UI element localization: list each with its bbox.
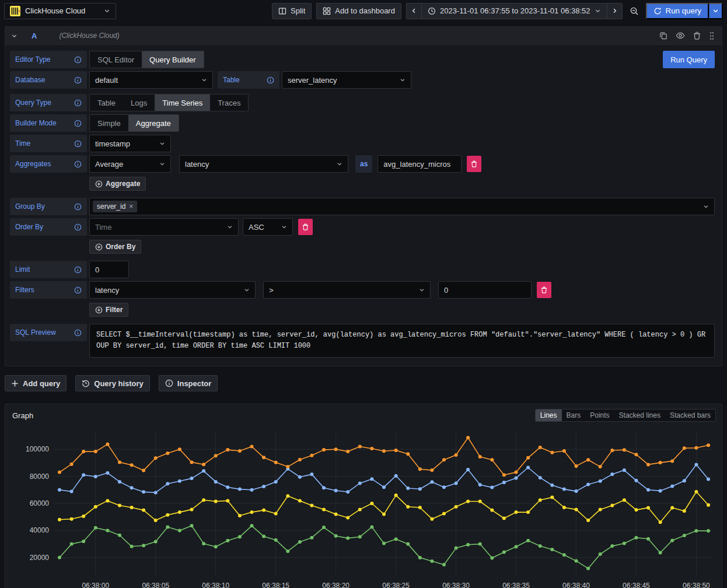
add-query-button[interactable]: Add query — [5, 375, 67, 391]
time-range-back-button[interactable] — [406, 3, 421, 19]
y-axis-tick-label: 60000 — [30, 499, 50, 508]
remove-aggregate-button[interactable] — [467, 156, 481, 172]
graph-style-stacked-lines[interactable]: Stacked lines — [614, 410, 665, 421]
sql-preview-code[interactable]: SELECT $__timeInterval(timestamp) as tim… — [89, 324, 715, 358]
series-point — [58, 488, 61, 492]
filter-column-select[interactable]: latency — [89, 281, 256, 299]
info-icon[interactable] — [74, 160, 82, 168]
graph-style-stacked-bars[interactable]: Stacked bars — [665, 410, 715, 421]
remove-tag-icon[interactable]: × — [129, 202, 133, 211]
datasource-picker[interactable]: ClickHouse Cloud — [4, 3, 116, 19]
graph-style-points[interactable]: Points — [585, 410, 614, 421]
series-point — [442, 563, 446, 566]
hide-response-eye-icon[interactable] — [676, 32, 685, 40]
series-point — [226, 448, 229, 452]
order-by-direction-select[interactable]: ASC — [243, 218, 293, 236]
series-point — [358, 508, 362, 511]
query-datasource-hint: (ClickHouse Cloud) — [59, 32, 119, 40]
series-point — [298, 499, 302, 502]
remove-query-trash-icon[interactable] — [693, 32, 701, 40]
run-query-options-caret[interactable] — [709, 3, 723, 19]
series-point — [106, 499, 109, 502]
query-row-header[interactable]: A (ClickHouse Cloud) — [5, 27, 722, 45]
time-range-label: 2023-11-01 06:37:55 to 2023-11-01 06:38:… — [440, 6, 590, 15]
series-point — [214, 454, 218, 457]
info-icon[interactable] — [74, 76, 82, 84]
info-icon[interactable] — [267, 76, 274, 84]
info-icon[interactable] — [74, 203, 82, 211]
aggregate-function-select[interactable]: Average — [89, 155, 171, 173]
info-icon[interactable] — [74, 266, 82, 274]
remove-order-by-button[interactable] — [298, 219, 313, 235]
query-header-actions — [659, 32, 715, 40]
time-range-picker[interactable]: 2023-11-01 06:37:55 to 2023-11-01 06:38:… — [421, 3, 607, 19]
series-point — [586, 519, 590, 522]
series-point — [250, 488, 254, 492]
info-icon[interactable] — [74, 140, 82, 148]
series-point — [455, 505, 458, 509]
series-point — [634, 508, 638, 512]
database-select[interactable]: default — [89, 71, 213, 89]
order-by-field-select[interactable]: Time — [89, 218, 239, 236]
add-aggregate-button[interactable]: Aggregate — [89, 177, 146, 191]
timeseries-chart[interactable]: 2000040000600008000010000006:38:0006:38:… — [11, 426, 718, 588]
info-icon[interactable] — [74, 223, 82, 231]
info-icon[interactable] — [74, 120, 82, 127]
group-by-label: Group By — [10, 198, 87, 215]
info-icon[interactable] — [74, 286, 82, 294]
split-button[interactable]: Split — [272, 3, 312, 19]
info-icon[interactable] — [74, 329, 82, 337]
time-range-forward-button[interactable] — [607, 3, 623, 19]
series-point — [430, 517, 434, 521]
aggregate-column-select[interactable]: latency — [179, 155, 348, 173]
series-point — [490, 556, 494, 560]
chevron-down-icon — [201, 77, 207, 83]
query-type-option-traces[interactable]: Traces — [210, 94, 248, 111]
builder-mode-row: Builder Mode Simple Aggregate — [10, 114, 715, 132]
query-type-option-logs[interactable]: Logs — [123, 94, 155, 111]
graph-style-bars[interactable]: Bars — [562, 410, 586, 421]
editor-type-option-sql-editor[interactable]: SQL Editor — [90, 51, 142, 68]
series-point — [238, 514, 242, 517]
series-point — [394, 494, 398, 497]
time-column-select[interactable]: timestamp — [89, 135, 171, 152]
query-type-option-table[interactable]: Table — [90, 94, 123, 111]
collapse-chevron-icon[interactable] — [11, 33, 18, 39]
run-query-button[interactable]: Run query — [646, 3, 709, 19]
limit-input[interactable]: 0 — [89, 261, 129, 278]
editor-type-option-query-builder[interactable]: Query Builder — [142, 51, 203, 68]
aggregate-alias-input[interactable]: avg_latency_micros — [378, 155, 462, 173]
graph-style-lines[interactable]: Lines — [536, 410, 562, 421]
series-point — [106, 443, 109, 446]
editor-type-label: Editor Type — [10, 51, 87, 68]
series-point — [623, 468, 626, 472]
series-point — [659, 551, 662, 555]
panel-run-query-button[interactable]: Run Query — [663, 51, 715, 68]
info-icon[interactable] — [74, 56, 82, 64]
filter-value-input[interactable]: 0 — [438, 281, 532, 299]
group-by-multiselect[interactable]: server_id × — [89, 198, 715, 215]
inspector-button[interactable]: Inspector — [159, 375, 218, 391]
series-point — [370, 525, 373, 528]
duplicate-query-icon[interactable] — [659, 32, 667, 40]
time-range-zoom-out-button[interactable] — [627, 3, 641, 19]
query-type-option-time-series[interactable]: Time Series — [155, 94, 210, 111]
add-order-by-button[interactable]: Order By — [89, 240, 141, 254]
filter-operator-select[interactable]: > — [263, 281, 431, 299]
clock-icon — [428, 7, 436, 15]
builder-mode-label: Builder Mode — [10, 114, 87, 132]
series-point — [82, 450, 85, 453]
builder-mode-option-simple[interactable]: Simple — [90, 115, 128, 131]
builder-mode-option-aggregate[interactable]: Aggregate — [128, 115, 179, 131]
add-to-dashboard-button[interactable]: Add to dashboard — [316, 3, 401, 19]
add-filter-button[interactable]: Filter — [89, 303, 128, 317]
x-axis-tick-label: 06:38:50 — [683, 582, 710, 588]
query-history-button[interactable]: Query history — [75, 375, 150, 391]
remove-filter-button[interactable] — [537, 282, 551, 298]
series-point — [623, 542, 626, 545]
series-point — [238, 449, 242, 453]
table-select[interactable]: server_latency — [282, 71, 411, 89]
info-icon[interactable] — [74, 99, 82, 107]
drag-handle-icon[interactable] — [709, 32, 715, 40]
series-point — [58, 471, 61, 474]
